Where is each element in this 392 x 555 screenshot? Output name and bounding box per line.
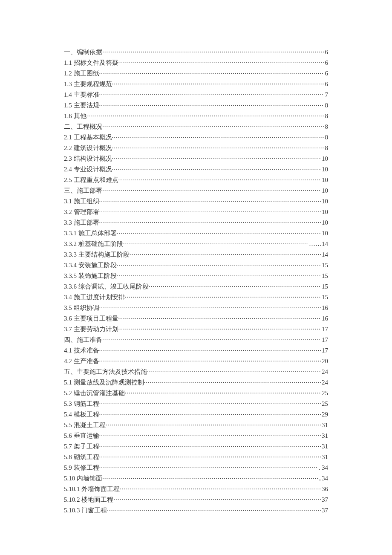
toc-page-number: 8	[324, 100, 329, 111]
toc-entry: 5.2 锤击沉管灌注基础····························…	[64, 388, 328, 399]
toc-leader-dots: ········································…	[99, 409, 321, 420]
toc-page-number: 15	[321, 281, 328, 292]
toc-title: 5.7 架子工程	[64, 441, 99, 452]
toc-leader-dots: ········································…	[112, 79, 324, 90]
toc-title: 5.6 垂直运输	[64, 431, 99, 441]
toc-leader-dots: ········································…	[99, 399, 321, 409]
toc-entry: 2.5 工程重点和难点·····························…	[64, 175, 328, 185]
toc-title: 3.3.3 主要结构施工阶段	[64, 249, 130, 260]
toc-title: 5.9 装修工程	[64, 462, 99, 473]
toc-title: 1.1 招标文件及答疑	[64, 58, 118, 68]
toc-entry: 2.2 建筑设计概况······························…	[64, 143, 328, 153]
toc-entry: 1.1 招标文件及答疑·····························…	[64, 58, 328, 68]
toc-title: 5.10.3 门窗工程	[64, 505, 107, 516]
toc-entry: 5.6 垂直运输································…	[64, 431, 328, 441]
toc-entry: 2.3 结构设计概况······························…	[64, 153, 328, 164]
toc-entry: 3.4 施工进度计划安排····························…	[64, 292, 328, 303]
toc-leader-dots: ········································…	[102, 473, 318, 484]
toc-title: 3.3.4 安装施工阶段	[64, 260, 117, 271]
toc-leader-dots: ········································…	[107, 505, 321, 516]
toc-leader-dots: ········································…	[112, 164, 321, 175]
toc-entry: 5.10.2 楼地面工程····························…	[64, 494, 328, 505]
toc-leader-dots: ········································…	[106, 420, 321, 431]
toc-page-number: 36	[321, 484, 328, 494]
toc-leader-dots: ········································…	[102, 185, 321, 196]
toc-entry: 5.3 钢筋工程································…	[64, 399, 328, 409]
toc-entry: 1.5 主要法规································…	[64, 100, 328, 111]
toc-page-number: 8	[324, 111, 329, 121]
toc-page-number: 8	[324, 143, 329, 153]
toc-title: 5.2 锤击沉管灌注基础	[64, 388, 125, 399]
toc-title: 1.3 主要规程规范	[64, 79, 112, 90]
toc-leader-dots: ········································…	[86, 111, 324, 121]
toc-page-number: 31	[321, 452, 328, 462]
toc-page-number: 10	[321, 228, 328, 239]
toc-title: 3.3.2 桩基础施工阶段	[64, 239, 123, 249]
toc-entry: 1.4 主要标准································…	[64, 90, 328, 100]
toc-entry: 一、编制依据··································…	[64, 47, 328, 58]
toc-entry: 3.2 管理部署································…	[64, 207, 328, 217]
toc-entry: 3.3.2 桩基础施工阶段···························…	[64, 239, 328, 249]
toc-leader-dots: ········································…	[99, 345, 321, 356]
toc-title: 2.3 结构设计概况	[64, 153, 112, 164]
toc-entry: 1.3 主要规程规范······························…	[64, 79, 328, 90]
toc-entry: 5.1 测量放线及沉降观测控制·························…	[64, 377, 328, 388]
toc-page-number: 14	[321, 249, 328, 260]
toc-title: 2.4 专业设计概况	[64, 164, 112, 175]
toc-page-number: 20	[321, 356, 328, 367]
toc-leader-dots: ········································…	[99, 356, 321, 367]
toc-title: 5.1 测量放线及沉降观测控制	[64, 377, 144, 388]
toc-page-number: 10	[321, 185, 328, 196]
toc-leader-dots: ········································…	[118, 58, 324, 68]
toc-entry: 3.3 施工部署································…	[64, 217, 328, 228]
toc-page-number: 8	[324, 121, 329, 132]
toc-page-number: 16	[321, 313, 328, 324]
toc-title: 3.7 主要劳动力计划	[64, 324, 118, 335]
toc-leader-dots: ········································…	[118, 313, 321, 324]
toc-entry: 5.4 模板工程································…	[64, 409, 328, 420]
toc-entry: 3.6 主要项目工程量·····························…	[64, 313, 328, 324]
toc-page-number: 17	[321, 345, 328, 356]
toc-entry: 5.9 装修工程································…	[64, 462, 328, 473]
toc-title: 2.5 工程重点和难点	[64, 175, 118, 185]
toc-page-number: 8	[324, 132, 329, 143]
toc-title: 4.2 生产准备	[64, 356, 99, 367]
toc-title: 1.2 施工图纸	[64, 68, 99, 79]
toc-entry: 1.2 施工图纸································…	[64, 68, 328, 79]
toc-title: 五、主要施工方法及技术措施	[64, 367, 147, 377]
toc-leader-dots: ········································…	[99, 207, 321, 217]
toc-leader-dots: ········································…	[118, 324, 321, 335]
toc-entry: 3.3.6 综合调试、竣工收尾阶段·······················…	[64, 281, 328, 292]
toc-leader-dots: ········································…	[102, 335, 321, 345]
toc-entry: 四、施工准备··································…	[64, 335, 328, 345]
toc-page-number: . 34	[318, 462, 329, 473]
toc-entry: 5.10.3 门窗工程·····························…	[64, 505, 328, 516]
toc-page-number: 6	[324, 79, 329, 90]
toc-title: 3.3.1 施工总体部署	[64, 228, 117, 239]
toc-leader-dots: ········································…	[102, 47, 324, 58]
toc-leader-dots: ········································…	[99, 90, 324, 100]
toc-entry: 4.2 生产准备································…	[64, 356, 328, 367]
toc-page-number: 16	[321, 303, 328, 313]
toc-title: 3.3 施工部署	[64, 217, 99, 228]
toc-page-number: 6	[324, 47, 329, 58]
toc-title: 2.1 工程基本概况	[64, 132, 112, 143]
toc-title: 4.1 技术准备	[64, 345, 99, 356]
toc-entry: 3.5 组织协调································…	[64, 303, 328, 313]
toc-page-number: 10	[321, 196, 328, 207]
toc-leader-dots: ········································…	[112, 132, 324, 143]
toc-leader-dots: ········································…	[112, 143, 324, 153]
toc-title: 3.1 施工组织	[64, 196, 99, 207]
table-of-contents: 一、编制依据··································…	[64, 47, 328, 516]
toc-leader-dots: ········································…	[112, 153, 321, 164]
toc-entry: 3.3.1 施工总体部署····························…	[64, 228, 328, 239]
toc-leader-dots: ········································…	[99, 217, 321, 228]
toc-page-number: 17	[321, 324, 328, 335]
toc-page-number: 24	[321, 377, 328, 388]
toc-page-number: 15	[321, 271, 328, 281]
toc-title: 5.3 钢筋工程	[64, 399, 99, 409]
toc-title: 四、施工准备	[64, 335, 102, 345]
toc-page-number: 6	[324, 68, 329, 79]
toc-title: 5.10.1 外墙饰面工程	[64, 484, 120, 494]
toc-leader-dots: ········································…	[117, 260, 321, 271]
